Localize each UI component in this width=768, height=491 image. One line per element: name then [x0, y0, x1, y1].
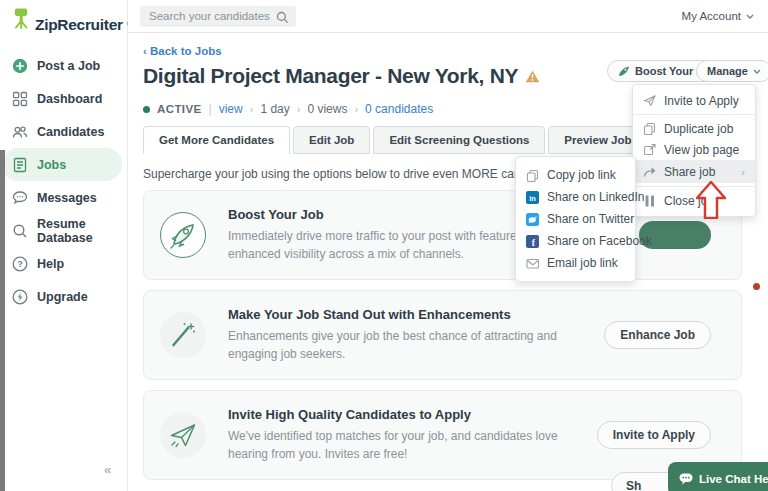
menu-item-email-job-link[interactable]: Email job link: [516, 252, 635, 274]
menu-item-share-twitter[interactable]: Share on Twitter: [516, 208, 635, 230]
svg-text:in: in: [529, 193, 536, 202]
pause-icon: [643, 194, 656, 207]
magnifier-icon: [12, 223, 28, 239]
menu-item-view-job-page[interactable]: View job page: [633, 139, 755, 160]
sidebar: ZipRecruiter ® Post a Job Dashboard C: [0, 0, 128, 491]
card-description: Enhancements give your job the best chan…: [228, 328, 576, 363]
red-up-arrow-annotation: [696, 181, 726, 219]
rocket-icon: [618, 65, 630, 77]
menu-item-label: Share job: [664, 165, 715, 179]
menu-item-label: Copy job link: [547, 168, 616, 182]
separator: |: [209, 102, 212, 116]
warning-icon: [525, 70, 540, 83]
brand-logo[interactable]: ZipRecruiter ®: [0, 0, 127, 34]
menu-item-invite-to-apply[interactable]: Invite to Apply: [633, 90, 755, 111]
external-link-icon: [643, 143, 656, 156]
menu-item-share-linkedin[interactable]: in Share on LinkedIn: [516, 186, 635, 208]
sidebar-item-label: Upgrade: [37, 290, 88, 304]
share-arrow-icon: [643, 165, 656, 178]
menu-item-label: Email job link: [547, 256, 618, 270]
sidebar-item-label: Post a Job: [37, 59, 100, 73]
sidebar-item-label: Resume Database: [37, 217, 127, 245]
menu-item-share-job[interactable]: Share job ›: [633, 160, 755, 183]
chevron-right-icon: ›: [354, 103, 358, 115]
back-to-jobs-link[interactable]: ‹ Back to Jobs: [143, 45, 742, 57]
ziprecruiter-app: ZipRecruiter ® Post a Job Dashboard C: [0, 0, 768, 491]
red-dot-annotation: [753, 283, 760, 290]
people-icon: [12, 124, 28, 140]
tab-get-more-candidates[interactable]: Get More Candidates: [143, 126, 290, 154]
menu-item-label: Share on LinkedIn: [547, 190, 644, 204]
sidebar-item-post-a-job[interactable]: Post a Job: [0, 49, 127, 82]
menu-divider: [633, 114, 755, 115]
page-title: Digital Project Manager - New York, NY: [143, 64, 518, 88]
paper-plane-icon: [160, 412, 206, 458]
live-chat-label: Live Chat Help!: [699, 473, 768, 485]
sidebar-item-jobs[interactable]: Jobs: [2, 148, 122, 181]
rocket-icon: [160, 212, 206, 258]
enhance-job-button[interactable]: Enhance Job: [604, 321, 711, 349]
chevron-down-icon: [746, 14, 754, 19]
chat-bubble-icon: [679, 473, 693, 485]
candidate-search: [140, 6, 296, 27]
menu-item-label: View job page: [664, 143, 739, 157]
menu-item-label: Invite to Apply: [664, 94, 739, 108]
sidebar-item-label: Candidates: [37, 125, 104, 139]
sidebar-nav: Post a Job Dashboard Candidates Jobs: [0, 49, 127, 313]
sidebar-item-label: Dashboard: [37, 92, 102, 106]
manage-dropdown-menu: Invite to Apply Duplicate job View job p…: [632, 84, 756, 217]
menu-item-share-facebook[interactable]: f Share on Facebook: [516, 230, 635, 252]
invite-to-apply-button[interactable]: Invite to Apply: [597, 421, 711, 449]
grid-icon: [12, 91, 28, 107]
live-chat-button[interactable]: Live Chat Help!: [668, 462, 768, 491]
menu-divider: [633, 186, 755, 187]
chevron-down-icon: [753, 69, 761, 74]
tab-edit-job[interactable]: Edit Job: [293, 126, 370, 154]
candidates-link[interactable]: 0 candidates: [365, 102, 433, 116]
manage-button[interactable]: Manage: [696, 60, 768, 82]
share-job-submenu: Copy job link in Share on LinkedIn Share…: [515, 156, 636, 282]
card-enhancements: Make Your Job Stand Out with Enhancement…: [143, 290, 742, 380]
card-body: Make Your Job Stand Out with Enhancement…: [228, 307, 604, 363]
sidebar-item-resume-database[interactable]: Resume Database: [0, 214, 127, 247]
sidebar-item-label: Jobs: [37, 158, 66, 172]
search-icon[interactable]: [276, 10, 289, 28]
ziggy-chair-icon: [12, 8, 31, 34]
linkedin-icon: in: [526, 191, 539, 204]
jobs-document-icon: [12, 157, 28, 173]
plus-circle-icon: [12, 58, 28, 74]
sidebar-item-messages[interactable]: Messages: [0, 181, 127, 214]
sidebar-item-label: Messages: [37, 191, 97, 205]
sidebar-item-help[interactable]: ? Help: [0, 247, 127, 280]
topbar: My Account: [128, 0, 768, 33]
status-badge: ACTIVE: [157, 103, 202, 115]
card-invite-candidates: Invite High Quality Candidates to Apply …: [143, 390, 742, 480]
brand-logo-text: ZipRecruiter: [35, 16, 123, 34]
magic-wand-icon: [160, 312, 206, 358]
left-scrollbar[interactable]: [0, 150, 5, 491]
sidebar-item-dashboard[interactable]: Dashboard: [0, 82, 127, 115]
menu-item-copy-job-link[interactable]: Copy job link: [516, 164, 635, 186]
copy-icon: [526, 169, 539, 182]
menu-item-close-job[interactable]: Close job: [633, 190, 755, 211]
menu-item-duplicate-job[interactable]: Duplicate job: [633, 118, 755, 139]
search-input[interactable]: [140, 6, 296, 27]
view-link[interactable]: view: [219, 102, 243, 116]
paper-plane-icon: [643, 94, 656, 107]
active-status-dot: [143, 106, 150, 113]
question-circle-icon: ?: [12, 256, 28, 272]
duplicate-icon: [643, 122, 656, 135]
submenu-chevron-icon: ›: [741, 166, 745, 178]
job-views: 0 views: [307, 102, 347, 116]
sidebar-collapse-button[interactable]: «: [104, 462, 111, 477]
card-body: Invite High Quality Candidates to Apply …: [228, 407, 597, 463]
menu-item-label: Share on Twitter: [547, 212, 634, 226]
sidebar-item-candidates[interactable]: Candidates: [0, 115, 127, 148]
card-title: Invite High Quality Candidates to Apply: [228, 407, 597, 422]
tab-edit-screening-questions[interactable]: Edit Screening Questions: [373, 126, 545, 154]
my-account-menu[interactable]: My Account: [682, 10, 754, 22]
card-description: We've identified top matches for your jo…: [228, 428, 576, 463]
job-age: 1 day: [260, 102, 289, 116]
sidebar-item-upgrade[interactable]: Upgrade: [0, 280, 127, 313]
chevron-right-icon: ›: [250, 103, 254, 115]
